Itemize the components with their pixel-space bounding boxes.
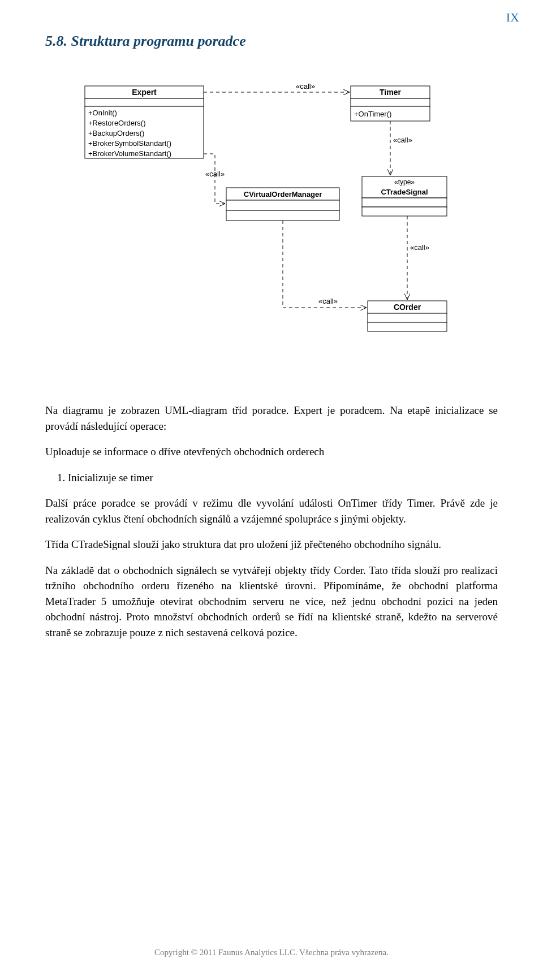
paragraph-1: Na diagramu je zobrazen UML-diagram tříd… [45,403,498,434]
svg-rect-1 [85,98,204,106]
expert-op-2: +BackupOrders() [88,129,144,137]
paragraph-3: Další práce poradce se provádí v režimu … [45,495,498,526]
list-item-1: Inicializuje se timer [68,470,498,486]
expert-op-4: +BrokerVolumeStandart() [88,149,171,158]
label-call-5: «call» [318,297,338,305]
label-call-4: «call» [410,243,429,252]
dep-expert-cvom [204,154,225,204]
ctradesignal-title: CTradeSignal [381,188,428,196]
class-timer-title: Timer [380,88,401,97]
class-cvom: CVirtualOrderManager [226,188,339,221]
class-expert: Expert +OnInit() +RestoreOrders() +Backu… [85,86,204,158]
expert-op-3: +BrokerSymbolStandart() [88,139,171,148]
class-cvom-title: CVirtualOrderManager [244,190,322,198]
expert-op-0: +OnInit() [88,109,117,117]
class-expert-title: Expert [132,88,157,97]
svg-rect-13 [368,313,447,322]
svg-rect-4 [351,98,430,106]
footer-copyright: Copyright © 2011 Faunus Analytics LLC. V… [0,948,543,957]
page-number: IX [506,10,519,25]
label-call-2: «call» [205,170,225,178]
svg-rect-14 [368,322,447,331]
timer-op-0: +OnTimer() [354,110,391,118]
svg-rect-7 [226,200,339,210]
label-call-1: «call» [296,82,315,90]
body-text: Na diagramu je zobrazen UML-diagram tříd… [45,403,498,641]
uml-diagram: Expert +OnInit() +RestoreOrders() +Backu… [45,63,498,380]
paragraph-2: Uploaduje se informace o dříve otevřenýc… [45,444,498,460]
svg-rect-8 [226,210,339,221]
class-timer: Timer +OnTimer() [351,86,430,121]
svg-rect-11 [362,207,447,216]
paragraph-5: Na základě dat o obchodních signálech se… [45,563,498,641]
ctradesignal-stereo: «type» [394,178,415,186]
class-ctradesignal: «type» CTradeSignal [362,176,447,216]
label-call-3: «call» [393,136,412,144]
paragraph-4: Třída CTradeSignal slouží jako struktura… [45,537,498,552]
expert-op-1: +RestoreOrders() [88,119,146,127]
class-corder: COrder [368,301,447,331]
dep-cvom-corder [283,221,367,308]
section-heading: 5.8. Struktura programu poradce [45,33,498,50]
corder-title: COrder [394,303,421,312]
svg-rect-10 [362,198,447,207]
